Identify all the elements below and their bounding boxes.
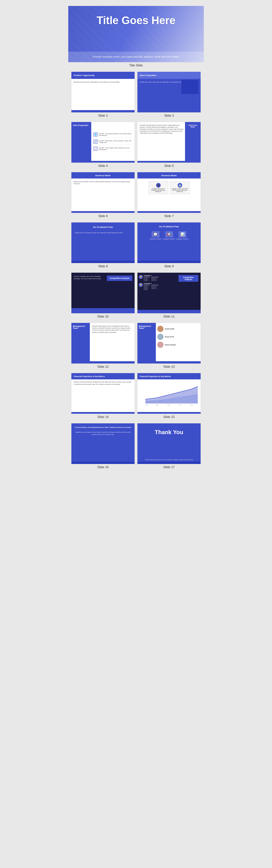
slide-row-6-7: Business Model Explain who has his/her m… — [71, 172, 201, 221]
slide-row-8-9: Go-To-Market Plan Explain how you're goi… — [71, 222, 201, 271]
slide-2-label: Slide 2 — [98, 114, 108, 117]
subtitle-bar: Provide company name, your name and titl… — [68, 52, 204, 62]
slide-3-accent-box — [181, 80, 198, 94]
slide-12: Management Team Describe the key players… — [71, 322, 135, 364]
slide-9-channel-1: 💬 Acquisition Channel 1 — [149, 231, 162, 240]
slide-4-bottom-bar — [71, 161, 135, 163]
slide-11-comp-2-weak-3: Weakness 3 — [151, 288, 159, 289]
slide-4-text-1: Example: 'A web based platform that hand… — [99, 133, 132, 136]
slide-9-channel-3-icon: 📊 — [178, 231, 186, 238]
slide-4-wrapper: Value Proposition 🌐 Example: 'A web base… — [71, 122, 135, 171]
slide-15-bottom-bar — [137, 412, 201, 414]
slide-13: Management Team Hustler (CEO) Hacker (CT… — [137, 322, 201, 364]
slide-10-wrapper: Provide a complete view of the competiti… — [71, 272, 135, 321]
slide-8-wrapper: Go-To-Market Plan Explain how you're goi… — [71, 222, 135, 271]
slide-3-title: Value Proposition — [137, 72, 201, 79]
slide-11-bottom-bar — [137, 310, 201, 313]
slide-2: Problem / Opportunity Describe the pain … — [71, 71, 135, 113]
slide-4-example-1: 🌐 Example: 'A web based platform that ha… — [94, 132, 132, 138]
slide-7-card-2-text: Example: 'Startup and Small Business pla… — [172, 188, 188, 192]
slide-row-10-11: Provide a complete view of the competiti… — [71, 272, 201, 321]
slide-13-members: Hustler (CEO) Hacker (CTO) Hipster (Desi… — [157, 326, 199, 348]
slide-7-title: Business Model — [137, 172, 201, 179]
slide-11-comp-2-weak: WEAKNESSES Weakness 1 Weakness 2 Weaknes… — [151, 285, 159, 290]
slide-13-member-3: Hipster (Design) — [157, 342, 199, 348]
slide-12-label: Slide 12 — [98, 365, 109, 368]
slide-15: Financial Projections & Key Metrics — [137, 373, 201, 414]
slide-12-wrapper: Management Team Describe the key players… — [71, 322, 135, 372]
slide-11-label: Slide 11 — [164, 315, 175, 318]
slide-row-16-17: Current Status, Accomplishments to Date,… — [71, 423, 201, 472]
svg-text:2024: 2024 — [190, 404, 193, 406]
slide-16-wrapper: Current Status, Accomplishments to Date,… — [71, 423, 135, 472]
main-title: Title Goes Here — [68, 14, 204, 27]
slide-10-right-box: Competitive Analysis — [107, 276, 132, 281]
slide-row-14-15: Financial Projections & Key Metrics Prov… — [71, 373, 201, 422]
slide-10-left-text: Provide a complete view of the competiti… — [74, 276, 102, 280]
slide-11-comp-2-sw: STRENGTHS Strength 1 Strength 2 Strength… — [144, 285, 159, 290]
slide-11-comp-2-str-4: Strength 4 — [144, 289, 150, 290]
slide-15-label: Slide 15 — [164, 415, 175, 418]
slide-11: Competitive Analysis 🏆 Competitor 1 STRE… — [137, 272, 201, 314]
slide-13-avatar-1 — [157, 326, 164, 332]
slide-7-card-1-text: Example: 'Student and Academic plan star… — [150, 188, 167, 192]
slide-6-bottom-bar — [71, 211, 135, 213]
slide-6-wrapper: Business Model Explain who has his/her m… — [71, 172, 135, 221]
slide-15-chart: 2020 2021 2022 2023 2024 — [137, 379, 201, 408]
slide-11-comp-1-str-3: Strength 3 — [144, 280, 150, 281]
slide-7-card-2: 🏢 Example: 'Startup and Small Business p… — [170, 181, 190, 194]
slide-4-example-3: 📈 Example: 'Track insights when investor… — [94, 147, 132, 152]
svg-text:2020: 2020 — [145, 404, 148, 406]
slide-9-channel-2-icon: 📢 — [165, 231, 173, 238]
slide-12-title: Management Team — [71, 323, 90, 364]
page-container: Title Goes Here Provide company name, yo… — [6, 6, 266, 473]
slide-14-wrapper: Financial Projections & Key Metrics Prov… — [71, 373, 135, 422]
slide-4-icon-1: 🌐 — [94, 132, 98, 136]
slide-9-channel-3-label: Acquisition Channel 3 — [176, 238, 189, 240]
slide-4-left-title: Value Proposition — [71, 122, 91, 163]
slide-5-right-title: Underlying Magic — [185, 122, 201, 163]
slide-11-comp-2-details: Competitor 2 STRENGTHS Strength 1 Streng… — [144, 283, 159, 290]
slide-11-competitor-1: 🏆 Competitor 1 STRENGTHS Strength 1 Stre… — [139, 275, 178, 281]
slide-16-title: Current Status, Accomplishments to Date,… — [71, 423, 135, 430]
slide-9-title: Go-To-Market Plan — [137, 222, 201, 229]
slide-5: Underlying Magic Describe the technology… — [137, 122, 201, 163]
slide-13-member-3-name: Hipster (Design) — [165, 344, 176, 346]
slide-5-wrapper: Underlying Magic Describe the technology… — [137, 122, 201, 171]
slide-10: Provide a complete view of the competiti… — [71, 272, 135, 314]
slide-17-subtitle: Provide company name, your name and titl… — [137, 459, 201, 461]
slide-5-label: Slide 5 — [164, 164, 174, 167]
slide-4-text-3: Example: 'Track insights when investors … — [99, 147, 132, 150]
slide-17-wrapper: Thank You Provide company name, your nam… — [137, 423, 201, 472]
slide-16-bottom-bar — [71, 462, 135, 464]
slide-7-card-1: 🎓 Example: 'Student and Academic plan st… — [148, 181, 168, 194]
slide-9-label: Slide 9 — [164, 265, 174, 268]
slide-9-wrapper: Go-To-Market Plan 💬 Acquisition Channel … — [137, 222, 201, 271]
slide-8-content: Explain how you're going to reach your c… — [71, 230, 135, 236]
slide-7-wrapper: Business Model 🎓 Example: 'Student and A… — [137, 172, 201, 221]
slide-2-bottom-bar — [71, 110, 135, 112]
slide-9-channel-3: 📊 Acquisition Channel 3 — [176, 231, 189, 240]
slide-row-12-13: Management Team Describe the key players… — [71, 322, 201, 372]
slide-10-bottom-bar — [71, 308, 135, 313]
slide-16-label: Slide 16 — [98, 465, 109, 469]
slide-12-bottom-bar — [71, 361, 135, 364]
slide-4-text-2: Example: 'Web based, access anywhere, sh… — [99, 140, 132, 143]
slide-14: Financial Projections & Key Metrics Prov… — [71, 373, 135, 414]
slide-11-comp-1-weak-3: Weakness 3 — [151, 280, 159, 281]
slide-11-right-box: Competitive Analysis — [178, 275, 198, 282]
slide-11-comp-1-sw: STRENGTHS Strength 1 Strength 2 Strength… — [144, 277, 159, 281]
slide-15-wrapper: Financial Projections & Key Metrics — [137, 373, 201, 422]
slide-16: Current Status, Accomplishments to Date,… — [71, 423, 135, 464]
slide-6-label: Slide 6 — [98, 214, 108, 218]
slide-17-bottom-bar — [137, 462, 201, 464]
slide-7-card-2-icon: 🏢 — [178, 183, 182, 188]
slide-8-label: Slide 8 — [98, 265, 108, 268]
slide-11-comp-2-str: STRENGTHS Strength 1 Strength 2 Strength… — [144, 285, 150, 290]
slide-11-comp-1-str: STRENGTHS Strength 1 Strength 2 Strength… — [144, 277, 150, 281]
slide-11-comp-2-icon: 🏆 — [139, 283, 143, 287]
slide-9-bottom-bar — [137, 261, 201, 263]
slide-13-member-2: Hacker (CTO) — [157, 334, 199, 340]
slide-6-title: Business Model — [71, 172, 135, 179]
slide-17: Thank You Provide company name, your nam… — [137, 423, 201, 464]
